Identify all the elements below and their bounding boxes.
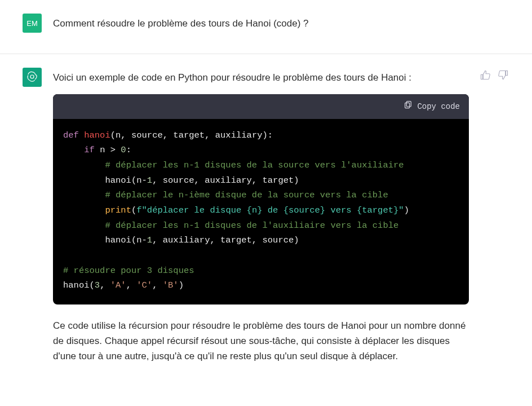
user-message-row: EM Comment résoudre le problème des tour… — [0, 0, 532, 54]
user-message-content: Comment résoudre le problème des tours d… — [53, 14, 509, 40]
assistant-avatar — [23, 68, 42, 87]
clipboard-icon — [404, 100, 413, 113]
assistant-message-row: Voici un exemple de code en Python pour … — [0, 54, 532, 386]
svg-rect-2 — [405, 103, 410, 108]
svg-point-0 — [30, 75, 34, 78]
svg-rect-1 — [407, 102, 411, 107]
code-header: Copy code — [53, 94, 469, 118]
copy-code-label: Copy code — [417, 100, 460, 113]
thumbs-down-button[interactable] — [498, 70, 509, 81]
thumbs-up-button[interactable] — [480, 70, 491, 81]
code-body[interactable]: def hanoi(n, source, target, auxiliary):… — [53, 119, 469, 304]
assistant-intro: Voici un exemple de code en Python pour … — [53, 70, 469, 85]
user-question: Comment résoudre le problème des tours d… — [53, 16, 509, 31]
user-avatar: EM — [23, 14, 42, 33]
feedback-buttons — [480, 68, 509, 373]
assistant-message-content: Voici un exemple de code en Python pour … — [53, 68, 469, 373]
user-avatar-initials: EM — [26, 19, 38, 28]
openai-logo-icon — [25, 70, 39, 85]
code-block: Copy code def hanoi(n, source, target, a… — [53, 94, 469, 304]
copy-code-button[interactable]: Copy code — [404, 100, 460, 113]
assistant-explanation: Ce code utilise la récursion pour résoud… — [53, 318, 469, 364]
